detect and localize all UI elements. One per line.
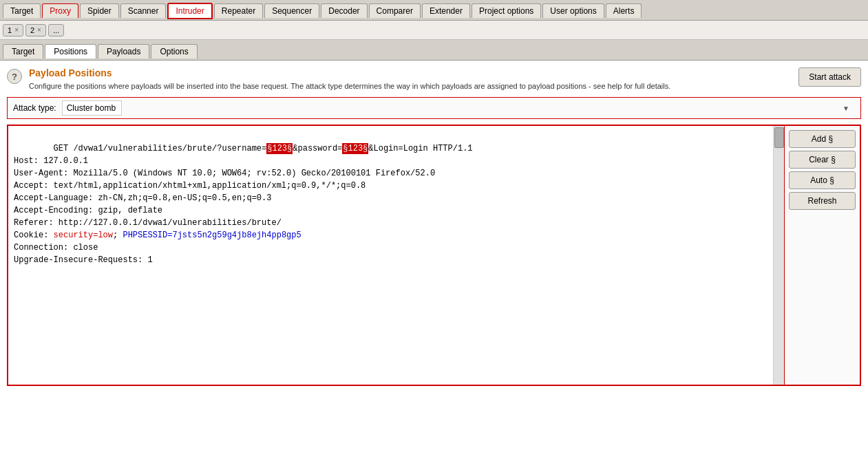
tab-repeater[interactable]: Repeater <box>214 3 263 18</box>
start-attack-button[interactable]: Start attack <box>798 67 861 87</box>
request-line-4: Accept: text/html,application/xhtml+xml,… <box>14 181 366 191</box>
tab-sequencer[interactable]: Sequencer <box>264 3 319 18</box>
header-left: ? Payload Positions Configure the positi… <box>7 67 670 92</box>
request-line-1: GET /dvwa1/vulnerabilities/brute/?userna… <box>54 143 473 154</box>
sub-tab-options[interactable]: Options <box>151 44 197 58</box>
instance-tab-2[interactable]: 2 × <box>25 24 46 36</box>
request-text-area[interactable]: GET /dvwa1/vulnerabilities/brute/?userna… <box>8 126 784 385</box>
request-line-5: Accept-Language: zh-CN,zh;q=0.8,en-US;q=… <box>14 193 271 203</box>
tab-target[interactable]: Target <box>3 3 41 18</box>
request-line-3: User-Agent: Mozilla/5.0 (Windows NT 10.0… <box>14 169 435 178</box>
scrollbar-thumb <box>774 127 784 148</box>
section-title: Payload Positions <box>29 67 670 78</box>
tab-extender[interactable]: Extender <box>422 3 470 18</box>
tab-comparer[interactable]: Comparer <box>369 3 421 18</box>
header-text-block: Payload Positions Configure the position… <box>29 67 670 92</box>
instance-tab-1-close[interactable]: × <box>14 26 19 34</box>
attack-type-select-wrapper[interactable]: Sniper Battering ram Pitchfork Cluster b… <box>62 100 855 116</box>
attack-type-label: Attack type: <box>13 103 56 113</box>
instance-tab-1[interactable]: 1 × <box>3 24 23 36</box>
cookie-blue: PHPSESSID=7jsts5n2g59g4jb8ejh4pp8gp5 <box>123 231 301 240</box>
request-line-8: Cookie: security=low; PHPSESSID=7jsts5n2… <box>14 231 301 240</box>
tab-proxy[interactable]: Proxy <box>42 3 78 18</box>
main-content: ? Payload Positions Configure the positi… <box>0 61 868 461</box>
marker1: §123§ <box>266 143 293 154</box>
header-row: ? Payload Positions Configure the positi… <box>7 67 861 92</box>
request-line-10: Upgrade-Insecure-Requests: 1 <box>14 255 153 265</box>
instance-tab-2-label: 2 <box>30 26 34 34</box>
request-line-6: Accept-Encoding: gzip, deflate <box>14 206 162 215</box>
tab-intruder[interactable]: Intruder <box>167 3 212 19</box>
tab-scanner[interactable]: Scanner <box>120 3 167 18</box>
request-content: GET /dvwa1/vulnerabilities/brute/?userna… <box>8 126 784 283</box>
instance-tab-1-label: 1 <box>8 26 12 34</box>
request-line-2: Host: 127.0.0.1 <box>14 156 88 166</box>
request-panel: GET /dvwa1/vulnerabilities/brute/?userna… <box>7 125 861 386</box>
attack-type-select[interactable]: Sniper Battering ram Pitchfork Cluster b… <box>62 100 122 116</box>
instance-tab-more[interactable]: ... <box>48 24 64 36</box>
add-button[interactable]: Add § <box>789 130 856 148</box>
instance-tab-bar: 1 × 2 × ... <box>0 21 868 40</box>
tab-spider[interactable]: Spider <box>80 3 119 18</box>
top-tab-bar: Target Proxy Spider Scanner Intruder Rep… <box>0 0 868 21</box>
instance-tab-2-close[interactable]: × <box>37 26 41 34</box>
refresh-button[interactable]: Refresh <box>789 192 856 210</box>
scrollbar[interactable] <box>773 126 784 385</box>
section-desc: Configure the positions where payloads w… <box>29 81 670 92</box>
request-line-9: Connection: close <box>14 243 98 253</box>
sub-tab-target[interactable]: Target <box>3 44 43 58</box>
tab-decoder[interactable]: Decoder <box>321 3 367 18</box>
tab-project-options[interactable]: Project options <box>472 3 541 18</box>
sub-tab-bar: Target Positions Payloads Options <box>0 40 868 61</box>
marker2: §123§ <box>342 143 368 154</box>
cookie-red: security=low <box>54 231 113 240</box>
auto-button[interactable]: Auto § <box>789 171 856 189</box>
help-icon[interactable]: ? <box>7 69 22 84</box>
attack-type-row: Attack type: Sniper Battering ram Pitchf… <box>7 97 861 119</box>
side-buttons: Add § Clear § Auto § Refresh <box>784 126 860 385</box>
tab-user-options[interactable]: User options <box>542 3 604 18</box>
request-line-7: Referer: http://127.0.0.1/dvwa1/vulnerab… <box>14 218 282 228</box>
sub-tab-positions[interactable]: Positions <box>45 44 96 58</box>
clear-button[interactable]: Clear § <box>789 151 856 169</box>
tab-alerts[interactable]: Alerts <box>606 3 642 18</box>
sub-tab-payloads[interactable]: Payloads <box>98 44 149 58</box>
